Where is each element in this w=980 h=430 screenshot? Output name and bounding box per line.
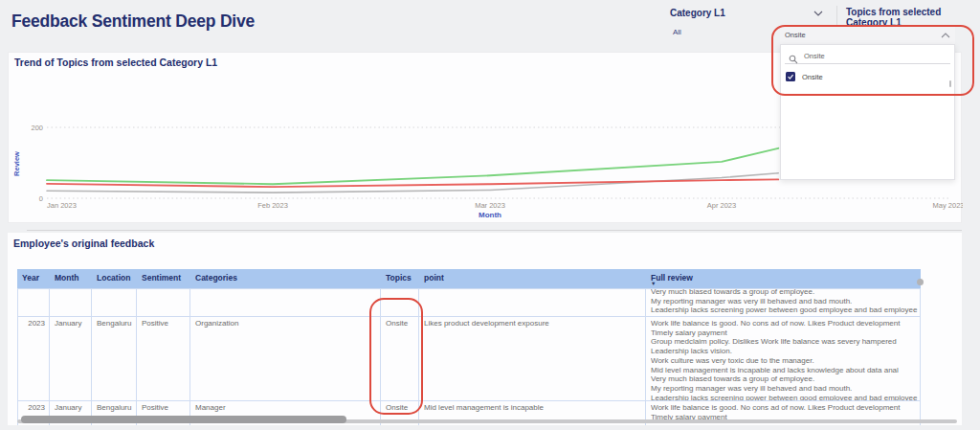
cell-sentiment: Positive xyxy=(137,317,190,400)
vertical-scrollbar-thumb[interactable] xyxy=(917,279,924,285)
y-axis-tick: 200 xyxy=(31,124,43,132)
x-axis-tick: Apr 2023 xyxy=(707,201,736,210)
cell-year xyxy=(17,289,50,316)
cell-point: Likes product development exposure xyxy=(419,317,646,400)
category-l1-value[interactable]: All xyxy=(673,28,681,36)
feedback-table: YearMonthLocationSentimentCategoriesTopi… xyxy=(17,269,921,425)
annotation-dropdown-highlight xyxy=(771,25,974,96)
column-header-sentiment[interactable]: Sentiment xyxy=(137,269,190,288)
cell-point xyxy=(419,289,646,316)
sort-descending-icon: ▼ xyxy=(651,282,656,286)
review-line: Leadership lacks screening power between… xyxy=(651,306,918,315)
review-line: Work life balance is good. No cons ad of… xyxy=(651,319,918,328)
dashboard-page: Feedback Sentiment Deep Dive Category L1… xyxy=(0,0,980,430)
table-title: Employee's original feedback xyxy=(13,238,154,249)
review-line: Work culture was very toxic due to the m… xyxy=(651,356,918,366)
cell-sentiment xyxy=(137,289,190,316)
series-red-line xyxy=(47,179,778,187)
column-header-categories[interactable]: Categories xyxy=(190,269,381,288)
table-header-row: YearMonthLocationSentimentCategoriesTopi… xyxy=(17,269,921,288)
table-body: Very much biased towards a group of empl… xyxy=(17,288,921,425)
review-line: Very much biased towards a group of empl… xyxy=(651,289,918,297)
review-line: Leadership lacks screening power between… xyxy=(651,394,918,400)
column-header-month[interactable]: Month xyxy=(50,269,92,288)
cell-location: Bengaluru xyxy=(92,317,137,400)
cell-full-review: Work life balance is good. No cons ad of… xyxy=(646,317,921,400)
column-header-year[interactable]: Year xyxy=(17,269,50,288)
review-line: Work life balance is good. No cons ad of… xyxy=(651,403,918,413)
review-line: My reporting manager was very ill behave… xyxy=(651,384,918,394)
series-green-line xyxy=(47,148,778,184)
review-line: Leadership lacks vision. xyxy=(651,347,918,356)
section-divider xyxy=(27,230,962,231)
cell-categories xyxy=(190,289,381,316)
x-axis-label: Month xyxy=(479,211,501,219)
column-header-location[interactable]: Location xyxy=(92,269,137,288)
page-title: Feedback Sentiment Deep Dive xyxy=(11,11,255,32)
review-line: Very much biased towards a group of empl… xyxy=(651,374,918,384)
horizontal-scrollbar-thumb[interactable] xyxy=(21,416,346,423)
cell-year: 2023 xyxy=(17,317,50,400)
cell-location xyxy=(92,289,137,316)
column-header-point[interactable]: point xyxy=(419,269,646,288)
chevron-down-icon[interactable] xyxy=(813,11,823,16)
feedback-table-card: Employee's original feedback YearMonthLo… xyxy=(8,233,962,425)
category-l1-slicer-label: Category L1 xyxy=(670,8,725,18)
annotation-topics-column-highlight xyxy=(369,298,423,415)
table-row: 2023JanuaryBengaluruPositiveOrganization… xyxy=(17,316,921,400)
cell-categories: Organization xyxy=(190,317,381,400)
review-line: My reporting manager was very ill behave… xyxy=(651,297,918,306)
x-axis-tick: May 2023 xyxy=(933,201,963,210)
cell-full-review: Very much biased towards a group of empl… xyxy=(646,289,921,316)
cell-month xyxy=(50,289,92,316)
column-header-full-review[interactable]: Full review▼ xyxy=(646,269,921,288)
y-axis-tick: 0 xyxy=(39,194,43,203)
x-axis-tick: Jan 2023 xyxy=(47,201,77,210)
y-axis-label: Review xyxy=(12,151,21,176)
column-header-topics[interactable]: Topics xyxy=(381,269,419,288)
x-axis-tick: Mar 2023 xyxy=(475,201,505,210)
review-line: Mid level management is incapable and la… xyxy=(651,366,918,375)
review-line: Group medclaim policy. Dislikes Work lif… xyxy=(651,337,918,347)
table-row-partial: Very much biased towards a group of empl… xyxy=(17,288,921,316)
cell-month: January xyxy=(50,317,92,400)
x-axis-tick: Feb 2023 xyxy=(257,201,288,210)
review-line: Timely salary payment xyxy=(651,328,918,338)
